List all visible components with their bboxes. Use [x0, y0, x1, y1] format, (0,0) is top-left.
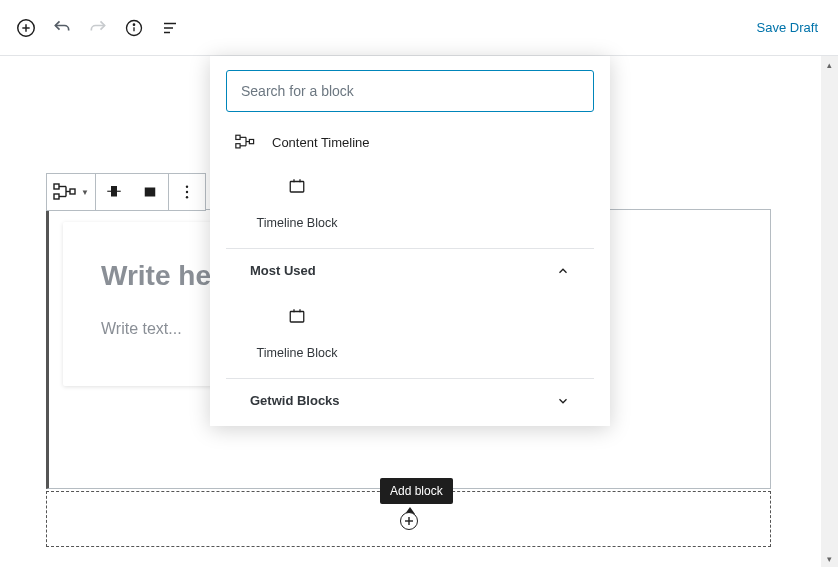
- info-button[interactable]: [116, 10, 152, 46]
- svg-rect-9: [54, 184, 59, 189]
- inserter-result-content-timeline[interactable]: Content Timeline: [210, 122, 610, 162]
- svg-rect-34: [290, 312, 304, 323]
- svg-rect-24: [236, 135, 240, 139]
- undo-button[interactable]: [44, 10, 80, 46]
- svg-point-21: [186, 196, 188, 198]
- svg-rect-26: [249, 139, 253, 143]
- outline-button[interactable]: [152, 10, 188, 46]
- section-title: Getwid Blocks: [250, 393, 340, 408]
- scroll-up-icon[interactable]: ▴: [821, 56, 838, 73]
- align-wide-button[interactable]: [132, 174, 168, 210]
- plus-circle-icon: [15, 17, 37, 39]
- block-item-label: Timeline Block: [257, 216, 338, 230]
- plus-icon: [404, 516, 414, 526]
- search-input[interactable]: [226, 70, 594, 112]
- more-options-button[interactable]: [169, 174, 205, 210]
- add-block-button[interactable]: [8, 10, 44, 46]
- add-block-inline-button[interactable]: [400, 512, 418, 530]
- chevron-down-icon: [556, 394, 570, 408]
- editor-top-toolbar: Save Draft: [0, 0, 838, 56]
- redo-button[interactable]: [80, 10, 116, 46]
- add-block-tooltip: Add block: [380, 478, 453, 504]
- align-center-button[interactable]: [96, 174, 132, 210]
- block-toolbar: ▼: [46, 173, 206, 211]
- inserter-block-timeline-2[interactable]: Timeline Block: [232, 292, 362, 378]
- calendar-icon: [285, 174, 309, 198]
- scroll-down-icon[interactable]: ▾: [821, 550, 838, 567]
- svg-rect-25: [236, 144, 240, 148]
- section-title: Most Used: [250, 263, 316, 278]
- align-wide-icon: [141, 183, 159, 201]
- vertical-scrollbar[interactable]: ▴ ▾: [821, 56, 838, 567]
- save-draft-button[interactable]: Save Draft: [745, 12, 830, 43]
- timeline-type-icon: [53, 182, 79, 202]
- block-inserter-popover: Content Timeline Timeline Block Most Use…: [210, 56, 610, 426]
- inserter-search-wrap: [210, 56, 610, 122]
- inserter-result-label: Content Timeline: [272, 135, 370, 150]
- svg-rect-11: [70, 189, 75, 194]
- calendar-icon: [285, 304, 309, 328]
- content-timeline-icon: [234, 132, 258, 152]
- inserter-block-timeline-1[interactable]: Timeline Block: [232, 162, 362, 248]
- more-vertical-icon: [178, 183, 196, 201]
- list-icon: [161, 19, 179, 37]
- toolbar-left-group: [8, 10, 188, 46]
- block-type-button[interactable]: ▼: [47, 174, 95, 210]
- info-icon: [124, 18, 144, 38]
- chevron-down-icon: ▼: [81, 188, 89, 197]
- block-item-label: Timeline Block: [257, 346, 338, 360]
- svg-rect-31: [290, 182, 304, 193]
- inserter-section-getwid[interactable]: Getwid Blocks: [226, 378, 594, 422]
- inserter-section-most-used[interactable]: Most Used: [226, 248, 594, 292]
- svg-point-19: [186, 186, 188, 188]
- svg-rect-10: [54, 194, 59, 199]
- chevron-up-icon: [556, 264, 570, 278]
- redo-icon: [88, 18, 108, 38]
- undo-icon: [52, 18, 72, 38]
- svg-point-20: [186, 191, 188, 193]
- svg-point-5: [133, 24, 134, 25]
- svg-rect-18: [145, 188, 156, 197]
- align-center-icon: [105, 183, 123, 201]
